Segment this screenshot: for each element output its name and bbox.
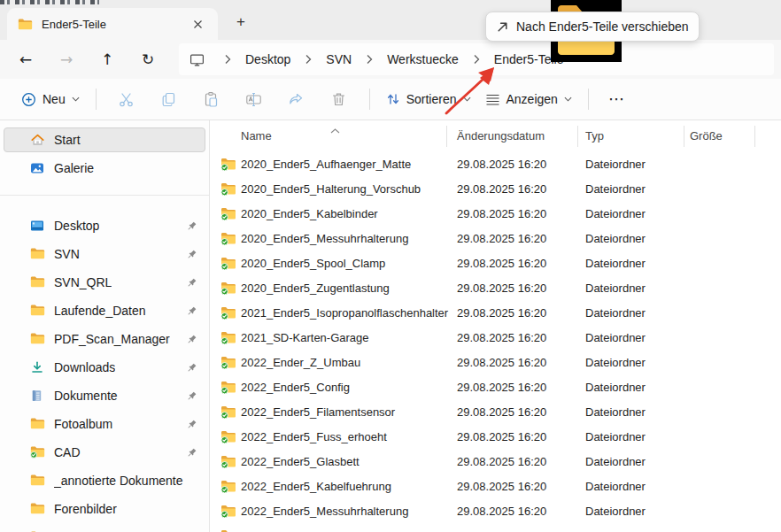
- new-tab-button[interactable]: +: [228, 10, 253, 35]
- column-header-type[interactable]: Typ: [585, 120, 604, 152]
- sidebar-item[interactable]: Laufende_Daten: [4, 298, 205, 323]
- file-type: Dateiordner: [585, 301, 646, 326]
- file-row[interactable]: 2022_Ender5_Fuss_erhoeht 29.08.2025 16:2…: [210, 425, 781, 450]
- document-icon: [30, 389, 45, 403]
- file-row[interactable]: 2021_Ender5_Isopropanolflaschenhalter 29…: [210, 301, 781, 326]
- more-options-button[interactable]: ⋯: [598, 89, 636, 109]
- file-type: Dateiordner: [585, 326, 646, 351]
- cut-button[interactable]: [105, 84, 148, 114]
- folder-icon: [30, 304, 45, 318]
- file-row[interactable]: 2020_Ender5_Zugentlastung 29.08.2025 16:…: [210, 276, 781, 301]
- column-separator[interactable]: [684, 126, 684, 147]
- file-row[interactable]: 2021_SD-Karten-Garage 29.08.2025 16:20 D…: [210, 326, 781, 351]
- drag-tooltip-text: Nach Ender5-Teile verschieben: [516, 19, 689, 34]
- sidebar-item[interactable]: _annotierte Dokumente: [4, 468, 205, 493]
- sidebar: Start Galerie: [0, 120, 210, 532]
- file-date: 29.08.2025 16:20: [457, 425, 546, 450]
- folder-icon: [30, 502, 45, 516]
- folder-check-icon: [220, 206, 236, 221]
- background-window-sliver: [0, 0, 99, 4]
- file-date: 29.08.2025 16:20: [457, 227, 546, 251]
- column-header-size[interactable]: Größe: [690, 120, 723, 152]
- file-name: 2020_Ender5_Messuhrhalterung: [241, 227, 408, 251]
- copy-button[interactable]: [148, 84, 190, 114]
- paste-button[interactable]: [190, 84, 233, 114]
- file-row[interactable]: 2020_Ender5_Kabelbinder 29.08.2025 16:20…: [210, 202, 781, 227]
- tab-close-icon[interactable]: [188, 14, 207, 34]
- file-row[interactable]: 2022_Ender5_Messuhrhalterung 29.08.2025 …: [210, 499, 781, 524]
- breadcrumb-chevron-icon[interactable]: [224, 54, 231, 65]
- file-type: Dateiordner: [585, 450, 646, 474]
- sidebar-item[interactable]: Downloads: [4, 355, 205, 380]
- this-pc-icon[interactable]: [189, 52, 205, 67]
- new-button[interactable]: Neu: [14, 87, 87, 112]
- file-type: Dateiordner: [585, 202, 646, 227]
- forward-button[interactable]: →: [53, 46, 80, 73]
- desktop-icon: [30, 219, 45, 233]
- file-type: Dateiordner: [585, 524, 646, 532]
- file-type: Dateiordner: [585, 425, 646, 450]
- breadcrumb-item[interactable]: Werkstuecke: [378, 47, 468, 72]
- column-header-date[interactable]: Änderungsdatum: [457, 120, 545, 152]
- back-button[interactable]: ←: [12, 46, 39, 73]
- column-separator[interactable]: [754, 126, 755, 147]
- sidebar-item[interactable]: PDF_Scan_Manager: [4, 327, 205, 351]
- file-row[interactable]: 2022_Ender_Z_Umbau 29.08.2025 16:20 Date…: [210, 351, 781, 375]
- breadcrumb-item[interactable]: SVN: [317, 47, 360, 72]
- address-bar[interactable]: Desktop SVN Werkstuecke Ender5-Teile: [179, 43, 774, 75]
- sidebar-item[interactable]: SVN_QRL: [4, 270, 205, 295]
- rename-button[interactable]: [233, 84, 275, 114]
- file-row[interactable]: 2020_Ender5_Halterung_Vorschub 29.08.202…: [210, 177, 781, 202]
- sidebar-item[interactable]: SVN: [4, 242, 205, 266]
- sidebar-item[interactable]: [4, 525, 205, 532]
- file-date: 29.08.2025 16:20: [457, 450, 546, 474]
- file-name: 2022_Ender5_Filamentsensor: [241, 400, 395, 425]
- column-header-name[interactable]: Name: [241, 120, 272, 152]
- breadcrumb-chevron-icon[interactable]: [366, 54, 373, 65]
- file-row[interactable]: 2020_Ender5_Messuhrhalterung 29.08.2025 …: [210, 227, 781, 251]
- column-separator[interactable]: [446, 126, 447, 147]
- delete-button[interactable]: [318, 84, 360, 114]
- sidebar-item[interactable]: Forenbilder: [4, 497, 205, 521]
- folder-icon: [18, 18, 33, 31]
- breadcrumb-chevron-icon[interactable]: [473, 54, 480, 65]
- folder-check-icon: [220, 528, 236, 532]
- sidebar-item[interactable]: CAD: [4, 440, 205, 465]
- sidebar-item[interactable]: Desktop: [4, 213, 205, 238]
- refresh-button[interactable]: ↻: [135, 46, 161, 73]
- navigation-bar: ← → ↑ ↻ Desktop SVN Werkstue: [0, 40, 781, 79]
- file-row[interactable]: 2020_Ender5_Spool_Clamp 29.08.2025 16:20…: [210, 251, 781, 276]
- pin-icon: [186, 447, 197, 459]
- up-button[interactable]: ↑: [94, 46, 120, 73]
- file-type: Dateiordner: [585, 152, 646, 177]
- cut-icon: [118, 91, 135, 108]
- folder-icon: [30, 417, 45, 431]
- toolbar-divider: [369, 89, 370, 110]
- folder-check-icon: [220, 256, 236, 271]
- pin-icon: [186, 305, 197, 317]
- file-row[interactable]: 2022_Ender5_Glasbett 29.08.2025 16:20 Da…: [210, 450, 781, 474]
- file-date: 29.08.2025 16:20: [457, 351, 546, 375]
- file-type: Dateiordner: [585, 375, 646, 400]
- column-separator[interactable]: [577, 126, 578, 147]
- sidebar-item[interactable]: Fotoalbum: [4, 412, 205, 436]
- toolbar-divider: [96, 89, 97, 110]
- file-row[interactable]: 2022_Ender5_Kabelfuehrung 29.08.2025 16:…: [210, 474, 781, 499]
- file-row[interactable]: 2022_Ender5_Config 29.08.2025 16:20 Date…: [210, 375, 781, 400]
- breadcrumb-item[interactable]: Desktop: [236, 47, 299, 72]
- file-row[interactable]: 2022_Ender5_Filamentsensor 29.08.2025 16…: [210, 400, 781, 425]
- tab-ender5-teile[interactable]: Ender5-Teile: [7, 8, 218, 40]
- view-button[interactable]: Anzeigen: [478, 87, 579, 112]
- sidebar-item[interactable]: Dokumente: [4, 383, 205, 408]
- file-row[interactable]: 2022_Ender5_Messuhr_Halterung 29.08.2025…: [210, 524, 781, 532]
- sidebar-item[interactable]: Galerie: [4, 156, 205, 181]
- sort-button[interactable]: Sortieren: [379, 87, 478, 112]
- share-button[interactable]: [275, 84, 318, 114]
- file-row[interactable]: 2020_Ender5_Aufhaenger_Matte 29.08.2025 …: [210, 152, 781, 177]
- file-name: 2021_SD-Karten-Garage: [241, 326, 369, 351]
- file-rows: 2020_Ender5_Aufhaenger_Matte 29.08.2025 …: [210, 152, 781, 532]
- breadcrumb-chevron-icon[interactable]: [305, 54, 312, 65]
- folder-icon: [30, 247, 45, 261]
- sidebar-item[interactable]: Start: [4, 127, 205, 152]
- tab-title: Ender5-Teile: [42, 18, 106, 31]
